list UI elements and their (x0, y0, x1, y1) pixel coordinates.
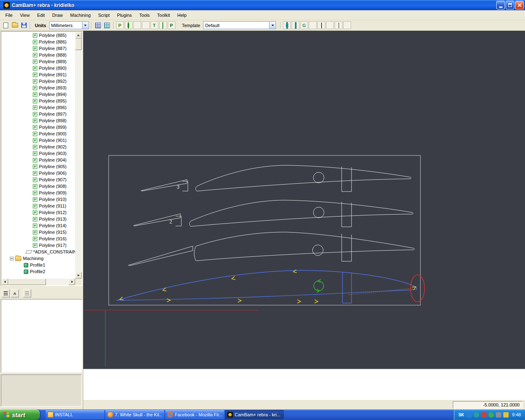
categorized-view-button[interactable] (2, 289, 10, 297)
rib-middle-nose-pieces[interactable] (133, 214, 181, 226)
scroll-down-button[interactable] (75, 272, 82, 278)
property-pages-button[interactable] (23, 289, 31, 297)
tree-item-polyline[interactable]: Polyline (917) (2, 242, 75, 249)
tree-horizontal-scrollbar[interactable] (2, 278, 75, 285)
minimize-button[interactable] (496, 1, 505, 9)
drawing-canvas[interactable]: 3 2 (83, 31, 525, 369)
rib-third-body[interactable] (194, 232, 415, 261)
tree-vertical-scrollbar[interactable] (75, 32, 82, 278)
horizontal-scroll-thumb[interactable] (8, 278, 46, 285)
save-button[interactable] (20, 21, 28, 30)
template-dropdown-button[interactable] (269, 22, 276, 29)
rib-top-nose-pieces[interactable] (141, 180, 188, 191)
profile-machining-button[interactable] (283, 21, 291, 29)
rib-row-middle[interactable]: 2 (133, 200, 413, 227)
tree-item-polyline[interactable]: Polyline (887) (2, 45, 75, 52)
rib-middle-hole[interactable] (313, 207, 324, 218)
menu-item[interactable]: File (2, 11, 16, 19)
machining-options-button[interactable] (343, 21, 351, 29)
menu-item[interactable]: Plugins (113, 11, 135, 19)
rib-row-selected[interactable] (117, 269, 425, 303)
draw-arc-button[interactable] (159, 21, 167, 29)
tree-item-polyline[interactable]: Polyline (910) (2, 196, 75, 203)
draw-rectangle-button[interactable] (142, 21, 150, 29)
tree-item-polyline[interactable]: Polyline (907) (2, 176, 75, 183)
template-combobox[interactable]: Default (203, 21, 276, 29)
draw-text-button[interactable] (151, 21, 158, 29)
units-combobox[interactable]: Millimeters (49, 21, 89, 29)
scroll-right-button[interactable] (68, 278, 75, 285)
lathe-button[interactable] (326, 21, 334, 29)
taskbar-task-button[interactable]: Facebook - Mozilla Fir... (165, 410, 224, 419)
tray-display-icon[interactable] (466, 412, 472, 418)
property-grid[interactable] (1, 299, 82, 372)
menu-item[interactable]: Edit (33, 11, 48, 19)
tray-volume-icon[interactable] (496, 412, 501, 418)
tree-item-polyline[interactable]: Polyline (885) (2, 32, 75, 39)
rib-row-top[interactable]: 3 (141, 165, 411, 192)
rib-row-third[interactable] (128, 232, 414, 266)
snap-grid-button[interactable] (94, 21, 102, 30)
tree-item-polyline[interactable]: Polyline (896) (2, 104, 75, 111)
tray-antivirus-icon[interactable] (481, 412, 486, 418)
alphabetical-sort-button[interactable] (11, 289, 19, 297)
tree-item-polyline[interactable]: Polyline (905) (2, 163, 75, 170)
tree-item-polyline[interactable]: Polyline (903) (2, 150, 75, 157)
tree-item-polyline[interactable]: Polyline (891) (2, 71, 75, 78)
new-file-button[interactable] (2, 21, 10, 30)
selected-hole-toolpath[interactable] (314, 281, 324, 291)
tree-item-polyline[interactable]: Polyline (914) (2, 222, 75, 229)
taskbar-task-button[interactable]: CamBam+ rebra - kri... (225, 410, 284, 419)
maximize-button[interactable] (506, 1, 514, 9)
rib-top-spar-slot[interactable] (342, 167, 352, 192)
generate-gcode-button[interactable] (335, 21, 342, 29)
menu-item[interactable]: Draw (48, 11, 66, 19)
menu-item[interactable]: Help (173, 11, 190, 19)
grid-display-button[interactable] (103, 21, 111, 30)
draw-polyline-extra-button[interactable] (168, 21, 176, 29)
tree-item-polyline[interactable]: Polyline (916) (2, 235, 75, 242)
engrave-machining-button[interactable] (300, 21, 308, 29)
start-button[interactable]: start (0, 409, 40, 420)
tree-item-polyline[interactable]: Polyline (894) (2, 91, 75, 98)
tree-item-polyline[interactable]: Polyline (888) (2, 52, 75, 58)
selected-rib-outline[interactable] (117, 270, 417, 300)
tree-item-polyline[interactable]: Polyline (890) (2, 65, 75, 71)
tree-item-polyline[interactable]: Polyline (892) (2, 78, 75, 84)
titlebar[interactable]: CamBam+ rebra - kridielko (0, 0, 525, 10)
menu-item[interactable]: Machining (66, 11, 94, 19)
language-indicator[interactable]: SK (459, 413, 464, 417)
menu-item[interactable]: Toolkit (153, 11, 173, 19)
tree-item-polyline[interactable]: Polyline (908) (2, 183, 75, 189)
draw-points-button[interactable] (133, 21, 141, 29)
draw-circle-button[interactable] (125, 21, 132, 29)
tree-item-polyline[interactable]: Polyline (915) (2, 229, 75, 235)
tree-item-polyline[interactable]: Polyline (911) (2, 203, 75, 209)
rib-top-body[interactable] (196, 165, 411, 191)
tree-item-polyline[interactable]: Polyline (900) (2, 130, 75, 137)
tree-item-profile[interactable]: Profile2 (2, 268, 75, 275)
tree-item-polyline[interactable]: Polyline (895) (2, 98, 75, 104)
tree-item-polyline[interactable]: Polyline (904) (2, 157, 75, 163)
tray-network-icon[interactable] (474, 412, 479, 418)
clock[interactable]: 9:48 (512, 412, 521, 417)
rib-third-hole[interactable] (313, 245, 323, 256)
tree-item-polyline[interactable]: Polyline (902) (2, 144, 75, 150)
scroll-up-button[interactable] (75, 32, 82, 39)
taskbar-task-button[interactable]: 7. White Skull - the Kil... (105, 410, 164, 419)
tree-item-polyline[interactable]: Polyline (889) (2, 58, 75, 65)
open-file-button[interactable] (11, 21, 19, 30)
close-button[interactable] (515, 1, 524, 9)
tree-item-polyline[interactable]: Polyline (899) (2, 124, 75, 130)
units-dropdown-button[interactable] (82, 22, 89, 29)
scroll-left-button[interactable] (2, 278, 8, 285)
rib-middle-body[interactable] (189, 200, 413, 226)
menu-item[interactable]: View (16, 11, 34, 19)
tree-item-polyline[interactable]: Polyline (886) (2, 39, 75, 45)
tree-item-polyline[interactable]: Polyline (912) (2, 209, 75, 216)
collapse-expander-icon[interactable] (10, 257, 14, 260)
pocket-machining-button[interactable] (292, 21, 299, 29)
stock-boundary[interactable] (109, 155, 420, 305)
drawing-object-tree[interactable]: Polyline (885) Polyline (886) Polyline (… (1, 31, 82, 286)
tree-item-polyline[interactable]: Polyline (913) (2, 216, 75, 222)
